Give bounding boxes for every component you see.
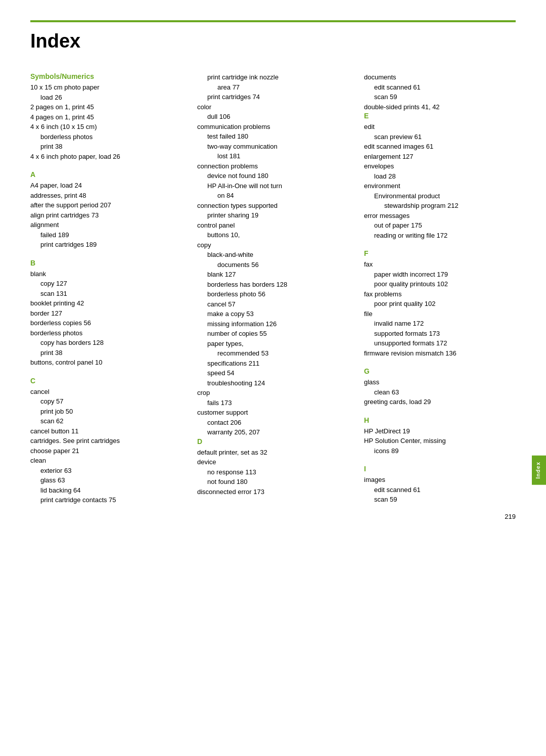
index-entry: load 26 [30,93,182,103]
index-entry: make a copy 53 [197,309,349,319]
index-entry: lost 181 [197,151,349,161]
index-entry: troubleshooting 124 [197,378,349,388]
index-entry: default printer, set as 32 [197,448,349,458]
page: Index Symbols/Numerics10 x 15 cm photo p… [0,0,546,536]
index-entry: borderless photos [30,132,182,142]
index-entry: edit [364,122,516,132]
index-entry: 4 x 6 inch photo paper, load 26 [30,152,182,162]
index-entry: printer sharing 19 [197,210,349,220]
section-heading-b: B [30,259,182,267]
index-entry: documents 56 [197,260,349,270]
index-entry: glass 63 [30,475,182,485]
index-entry: after the support period 207 [30,200,182,210]
index-entry: cancel 57 [197,299,349,309]
index-entry: device [197,457,349,467]
section-heading-c: C [30,377,182,385]
index-entry: images [364,475,516,485]
section-heading-e: E [364,112,516,120]
index-entry: print job 50 [30,407,182,417]
column-3: documentsedit scanned 61scan 59double-si… [364,72,516,505]
index-entry: border 127 [30,308,182,319]
index-entry: blank [30,269,182,279]
index-entry: copy [197,240,349,250]
section-heading-h: H [364,416,516,424]
index-entry: scan 62 [30,416,182,426]
index-entry: blank 127 [197,270,349,280]
index-entry: copy 57 [30,396,182,407]
columns-wrapper: Symbols/Numerics10 x 15 cm photo paperlo… [30,72,516,505]
index-entry: cancel [30,387,182,397]
index-entry: print cartridge contacts 75 [30,495,182,505]
index-entry: device not found 180 [197,171,349,181]
index-entry: recommended 53 [197,348,349,359]
index-entry: scan 131 [30,289,182,299]
index-entry: fax problems [364,289,516,299]
column-2: print cartridge ink nozzlearea 77print c… [197,72,364,505]
index-entry: 10 x 15 cm photo paper [30,82,182,93]
index-entry: poor quality printouts 102 [364,279,516,289]
index-entry: print cartridge ink nozzle [197,72,349,82]
index-entry: black-and-white [197,250,349,260]
index-entry: print 38 [30,348,182,358]
index-entry: edit scanned images 61 [364,142,516,152]
index-entry: borderless photos [30,328,182,338]
index-entry: load 28 [364,171,516,182]
index-entry: copy has borders 128 [30,338,182,348]
section-heading-i: I [364,465,516,473]
index-entry: color [197,102,349,112]
index-entry: file [364,309,516,319]
index-entry: specifications 211 [197,359,349,369]
page-number: 219 [505,513,516,520]
index-entry: cartridges. See print cartridges [30,436,182,446]
index-entry: copy 127 [30,279,182,289]
index-entry: invalid name 172 [364,319,516,329]
index-entry: area 77 [197,82,349,93]
section-heading-g: G [364,367,516,375]
index-entry: 4 x 6 inch (10 x 15 cm) [30,122,182,132]
index-entry: Environmental product [364,191,516,201]
index-entry: fails 173 [197,398,349,408]
index-entry: 4 pages on 1, print 45 [30,112,182,122]
index-entry: not found 180 [197,477,349,487]
index-entry: connection problems [197,161,349,171]
index-entry: buttons 10, [197,230,349,240]
section-heading-f: F [364,249,516,257]
index-entry: scan 59 [364,92,516,102]
index-entry: poor print quality 102 [364,299,516,309]
section-heading-d: D [197,437,349,446]
index-entry: align print cartridges 73 [30,210,182,220]
index-entry: documents [364,72,516,82]
index-entry: speed 54 [197,368,349,378]
index-entry: clean 63 [364,387,516,397]
index-entry: error messages [364,211,516,221]
index-entry: HP JetDirect 19 [364,426,516,436]
index-entry: print cartridges 74 [197,92,349,102]
index-entry: control panel [197,220,349,231]
page-title: Index [30,30,516,52]
index-entry: no response 113 [197,467,349,477]
index-entry: envelopes [364,161,516,171]
index-entry: reading or writing file 172 [364,231,516,241]
index-entry: stewardship program 212 [364,201,516,211]
index-entry: enlargement 127 [364,152,516,162]
index-entry: firmware revision mismatch 136 [364,348,516,359]
index-entry: icons 89 [364,446,516,456]
index-entry: customer support [197,408,349,418]
index-entry: test failed 180 [197,131,349,142]
index-entry: buttons, control panel 10 [30,358,182,368]
index-entry: paper width incorrect 179 [364,270,516,280]
index-entry: print 38 [30,142,182,152]
top-border [30,20,516,22]
index-entry: number of copies 55 [197,329,349,339]
index-entry: connection types supported [197,201,349,211]
index-entry: A4 paper, load 24 [30,181,182,191]
index-entry: scan 59 [364,495,516,505]
index-entry: warranty 205, 207 [197,427,349,437]
column-1: Symbols/Numerics10 x 15 cm photo paperlo… [30,72,197,505]
index-entry: HP Solution Center, missing [364,436,516,446]
index-entry: contact 206 [197,418,349,428]
index-entry: HP All-in-One will not turn [197,181,349,191]
section-heading-a: A [30,170,182,179]
index-entry: glass [364,377,516,387]
side-tab: Index [532,456,546,485]
